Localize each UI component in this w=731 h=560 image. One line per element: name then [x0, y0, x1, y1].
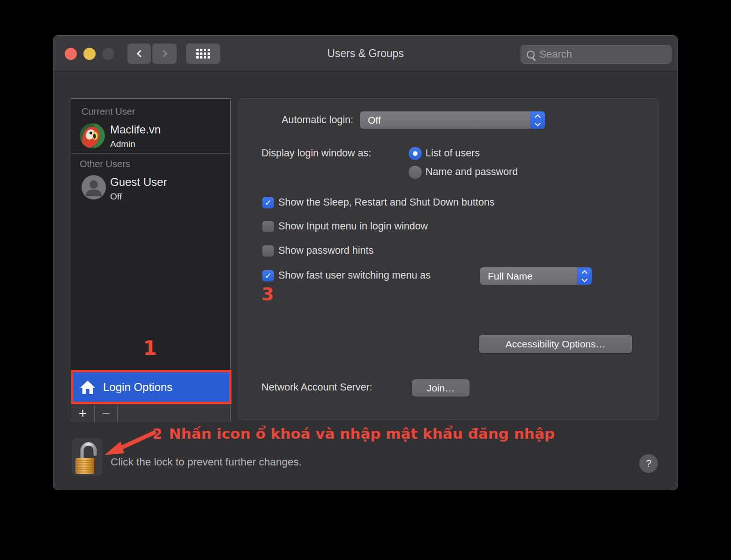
- toolbar-spacer: [118, 405, 230, 422]
- sidebar-divider: [71, 153, 230, 154]
- parrot-avatar-image: [80, 123, 105, 148]
- checkbox-fast-user-switching-label[interactable]: Show fast user switching menu as: [278, 270, 431, 281]
- current-user-name[interactable]: Maclife.vn: [110, 123, 161, 136]
- checkbox-fast-user-switching[interactable]: ✓: [262, 270, 274, 281]
- radio-name-and-password[interactable]: [409, 166, 422, 179]
- checkbox-input-menu[interactable]: [262, 221, 274, 232]
- radio-list-of-users[interactable]: [409, 147, 422, 160]
- automatic-login-label: Automatic login:: [239, 114, 353, 126]
- users-sidebar: Current User Maclife.vn Admin: [71, 98, 231, 421]
- guest-user-status: Off: [110, 192, 122, 202]
- annotation-arrow-icon: [96, 429, 157, 459]
- sidebar-item-login-options[interactable]: Login Options: [71, 370, 231, 404]
- login-options-label: Login Options: [103, 381, 172, 394]
- stepper-arrows-icon: [577, 267, 592, 285]
- sidebar-toolbar: + −: [71, 405, 230, 422]
- help-button[interactable]: ?: [639, 454, 658, 473]
- fast-user-switching-value: Full Name: [488, 271, 577, 282]
- checkbox-input-menu-label[interactable]: Show Input menu in login window: [278, 221, 428, 232]
- annotation-step-3: 3: [261, 284, 274, 304]
- desktop-background: Users & Groups Current User: [0, 0, 731, 560]
- current-user-header: Current User: [82, 106, 135, 117]
- guest-user-avatar[interactable]: [82, 175, 106, 199]
- radio-name-and-password-label[interactable]: Name and password: [425, 166, 518, 178]
- checkmark-icon: ✓: [265, 271, 271, 281]
- current-user-avatar[interactable]: [80, 123, 105, 148]
- search-input[interactable]: [539, 48, 674, 60]
- search-field[interactable]: [521, 45, 671, 64]
- guest-user-name[interactable]: Guest User: [110, 176, 167, 189]
- accessibility-options-button[interactable]: Accessibility Options…: [479, 335, 632, 353]
- checkbox-sleep-restart-shutdown[interactable]: ✓: [262, 197, 274, 208]
- automatic-login-value: Off: [368, 115, 530, 126]
- join-button[interactable]: Join…: [412, 379, 470, 397]
- other-users-header: Other Users: [80, 159, 130, 169]
- fast-user-switching-select[interactable]: Full Name: [480, 267, 592, 285]
- network-account-server-label: Network Account Server:: [261, 382, 373, 393]
- current-user-role: Admin: [110, 139, 135, 149]
- checkbox-password-hints[interactable]: [262, 245, 274, 257]
- annotation-step-2-caption: Nhấn icon ổ khoá và nhập mật khẩu đăng n…: [169, 425, 555, 442]
- checkmark-icon: ✓: [265, 198, 271, 208]
- add-user-button[interactable]: +: [71, 405, 95, 422]
- display-login-window-label: Display login window as:: [261, 147, 371, 159]
- users-groups-window: Users & Groups Current User: [53, 35, 678, 490]
- annotation-step-1: 1: [135, 336, 165, 360]
- annotation-step-2-text: 2Nhấn icon ổ khoá và nhập mật khẩu đăng …: [152, 425, 555, 442]
- automatic-login-select[interactable]: Off: [360, 111, 545, 129]
- title-bar[interactable]: Users & Groups: [53, 36, 678, 72]
- checkbox-password-hints-label[interactable]: Show password hints: [278, 245, 373, 257]
- checkbox-sleep-restart-shutdown-label[interactable]: Show the Sleep, Restart and Shut Down bu…: [278, 197, 494, 208]
- remove-user-button[interactable]: −: [95, 405, 118, 422]
- house-icon: [80, 380, 96, 395]
- search-icon: [527, 51, 535, 59]
- person-icon: [82, 175, 106, 199]
- login-options-panel: Automatic login: Off Display login windo…: [239, 98, 658, 420]
- radio-list-of-users-label[interactable]: List of users: [425, 147, 480, 159]
- stepper-arrows-icon: [530, 111, 545, 129]
